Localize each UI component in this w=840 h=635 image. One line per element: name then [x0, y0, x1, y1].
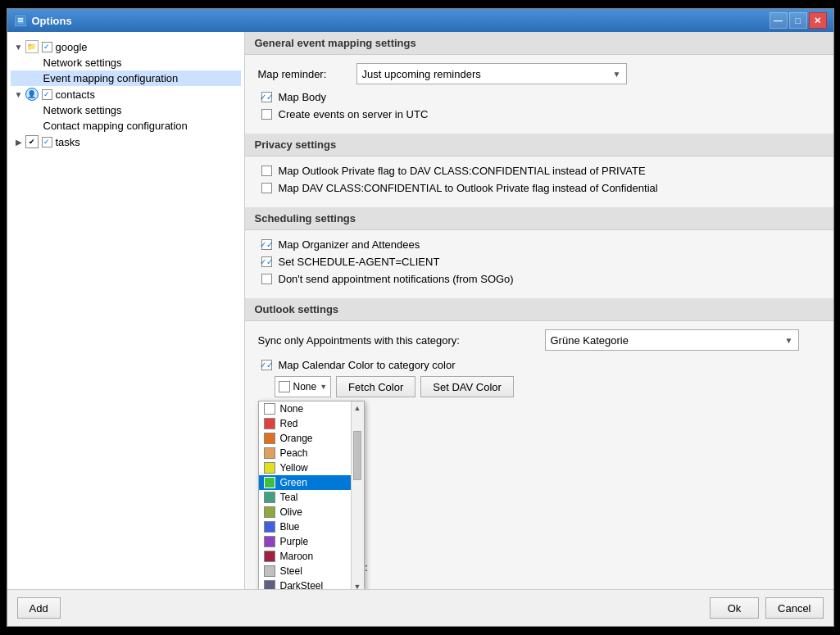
color-option-none[interactable]: None — [259, 401, 351, 416]
color-option-steel[interactable]: Steel — [259, 564, 351, 578]
close-button[interactable]: ✕ — [809, 12, 827, 29]
google-event-label: Event mapping configuration — [43, 72, 179, 84]
content-area: ▼ 📁 ✓ google Network settings Event mapp… — [7, 32, 833, 589]
scrollbar-thumb[interactable] — [353, 431, 361, 480]
bottom-bar: Add Ok Cancel — [7, 589, 833, 626]
privacy-option1-row: Map Outlook Private flag to DAV CLASS:CO… — [258, 165, 820, 177]
create-events-label: Create events on server in UTC — [279, 108, 429, 120]
scheduling-option1-label: Map Organizer and Attendees — [279, 238, 420, 251]
color-option-blue[interactable]: Blue — [259, 519, 351, 534]
scheduling-option3-row: Don't send appointment notifications (fr… — [258, 273, 820, 285]
sidebar-item-google-network[interactable]: Network settings — [11, 55, 241, 70]
window-icon — [14, 14, 27, 27]
privacy-section-header: Privacy settings — [245, 134, 833, 156]
map-body-label: Map Body — [279, 91, 327, 103]
outlook-section-header: Outlook settings — [245, 298, 833, 321]
sidebar-item-contacts-mapping[interactable]: Contact mapping configuration — [11, 118, 241, 134]
maximize-button[interactable]: □ — [789, 12, 807, 29]
sidebar-item-google[interactable]: ▼ 📁 ✓ google — [11, 39, 241, 55]
color-option-yellow[interactable]: Yellow — [259, 460, 351, 475]
scheduling-option2-checkbox[interactable]: ✓ — [261, 256, 272, 267]
color-option-purple[interactable]: Purple — [259, 534, 351, 549]
privacy-option1-label: Map Outlook Private flag to DAV CLASS:CO… — [279, 165, 646, 177]
color-option-maroon[interactable]: Maroon — [259, 549, 351, 564]
add-button[interactable]: Add — [17, 597, 61, 619]
general-section-body: Map reminder: Just upcoming reminders ▼ … — [245, 55, 833, 134]
color-selector[interactable]: None ▼ — [275, 376, 332, 397]
title-bar-buttons: — □ ✕ — [770, 12, 827, 29]
color-scrollbar[interactable]: ▲ ▼ — [351, 401, 364, 589]
category-arrow: ▼ — [785, 336, 793, 345]
contacts-icon: 👤 — [25, 88, 39, 101]
scheduling-option1-checkbox[interactable]: ✓ — [261, 239, 272, 250]
sync-label: Sync only Appointments with this categor… — [258, 334, 545, 347]
privacy-option1-checkbox[interactable] — [261, 166, 272, 176]
tasks-checkbox[interactable]: ✓ — [42, 137, 52, 147]
sync-row: Sync only Appointments with this categor… — [258, 329, 820, 351]
set-dav-color-button[interactable]: Set DAV Color — [420, 376, 514, 397]
expand-google[interactable]: ▼ — [14, 43, 24, 52]
privacy-option2-checkbox[interactable] — [261, 183, 272, 193]
google-label: google — [56, 41, 88, 53]
google-checkbox[interactable]: ✓ — [42, 42, 52, 52]
map-color-row: ✓ Map Calendar Color to category color — [258, 359, 820, 371]
create-events-checkbox[interactable] — [261, 109, 272, 120]
contacts-checkbox[interactable]: ✓ — [42, 89, 52, 100]
privacy-option2-row: Map DAV CLASS:CONFIDENTIAL to Outlook Pr… — [258, 182, 820, 194]
cancel-button[interactable]: Cancel — [765, 597, 823, 619]
color-option-teal[interactable]: Teal — [259, 490, 351, 505]
scheduling-option3-label: Don't send appointment notifications (fr… — [279, 273, 514, 285]
category-dropdown[interactable]: Grüne Kategorie ▼ — [545, 329, 799, 351]
title-bar: Options — □ ✕ — [7, 9, 833, 32]
privacy-section-body: Map Outlook Private flag to DAV CLASS:CO… — [245, 156, 833, 207]
sidebar: ▼ 📁 ✓ google Network settings Event mapp… — [7, 32, 245, 589]
privacy-option2-label: Map DAV CLASS:CONFIDENTIAL to Outlook Pr… — [279, 182, 658, 194]
scheduling-option1-row: ✓ Map Organizer and Attendees — [258, 238, 820, 251]
color-option-olive[interactable]: Olive — [259, 505, 351, 519]
map-body-checkbox[interactable]: ✓ — [261, 92, 272, 102]
sidebar-item-contacts-network[interactable]: Network settings — [11, 102, 241, 118]
sidebar-item-tasks[interactable]: ▶ ✔ ✓ tasks — [11, 134, 241, 150]
color-list: NoneRedOrangePeachYellowGreenTealOliveBl… — [259, 401, 351, 589]
general-section-header: General event mapping settings — [245, 32, 833, 55]
color-list-scroll-area: NoneRedOrangePeachYellowGreenTealOliveBl… — [259, 401, 364, 589]
scheduling-option2-row: ✓ Set SCHEDULE-AGENT=CLIENT — [258, 256, 820, 268]
color-selector-value: None — [293, 381, 317, 392]
scheduling-option3-checkbox[interactable] — [261, 274, 272, 284]
color-controls: None ▼ Fetch Color Set DAV Color — [275, 376, 820, 397]
map-reminder-dropdown[interactable]: Just upcoming reminders ▼ — [356, 63, 627, 84]
scrollbar-up[interactable]: ▲ — [351, 401, 364, 415]
fetch-color-button[interactable]: Fetch Color — [336, 376, 415, 397]
scheduling-section-header: Scheduling settings — [245, 207, 833, 230]
expand-contacts[interactable]: ▼ — [14, 90, 24, 99]
color-dropdown-popup: NoneRedOrangePeachYellowGreenTealOliveBl… — [258, 401, 365, 589]
map-reminder-row: Map reminder: Just upcoming reminders ▼ — [258, 63, 820, 84]
sidebar-item-google-event[interactable]: Event mapping configuration — [11, 70, 241, 86]
expand-tasks[interactable]: ▶ — [14, 138, 24, 147]
scrollbar-down[interactable]: ▼ — [351, 580, 364, 589]
map-reminder-label: Map reminder: — [258, 68, 356, 80]
color-option-peach[interactable]: Peach — [259, 446, 351, 460]
outlook-section-body: Sync only Appointments with this categor… — [245, 321, 833, 589]
scheduling-section-body: ✓ Map Organizer and Attendees ✓ Set SCHE… — [245, 230, 833, 298]
color-controls-container: None ▼ Fetch Color Set DAV Color NoneRed… — [258, 376, 820, 397]
color-option-red[interactable]: Red — [259, 416, 351, 431]
color-option-orange[interactable]: Orange — [259, 431, 351, 446]
window-title: Options — [32, 15, 72, 27]
contacts-network-label: Network settings — [43, 104, 122, 116]
color-option-darksteel[interactable]: DarkSteel — [259, 578, 351, 589]
google-network-label: Network settings — [43, 57, 122, 69]
svg-rect-0 — [16, 16, 25, 25]
minimize-button[interactable]: — — [770, 12, 788, 29]
google-folder-icon: 📁 — [25, 40, 39, 53]
contacts-label: contacts — [56, 88, 95, 101]
map-color-checkbox[interactable]: ✓ — [261, 360, 272, 370]
tasks-icon: ✔ — [25, 135, 39, 148]
ok-button[interactable]: Ok — [710, 597, 759, 619]
color-option-green[interactable]: Green — [259, 475, 351, 490]
color-swatch — [279, 381, 290, 392]
sidebar-item-contacts[interactable]: ▼ 👤 ✓ contacts — [11, 86, 241, 102]
create-events-row: Create events on server in UTC — [258, 108, 820, 120]
scheduling-option2-label: Set SCHEDULE-AGENT=CLIENT — [279, 256, 440, 268]
category-value: Grüne Kategorie — [551, 334, 785, 347]
